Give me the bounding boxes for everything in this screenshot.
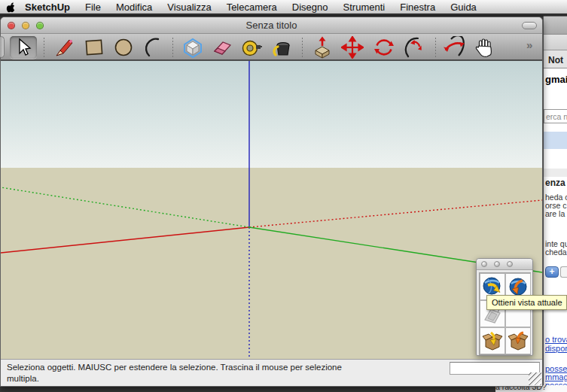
toolbar-separator xyxy=(172,38,173,57)
paint-bucket-tool-icon xyxy=(271,36,294,59)
get-current-view-icon xyxy=(482,276,503,297)
move-tool-icon xyxy=(341,36,364,59)
apple-menu[interactable] xyxy=(0,2,20,13)
menu-item[interactable]: Modifica xyxy=(108,2,160,13)
browser-text-fragment: Not xyxy=(548,55,563,65)
browser-selection-band xyxy=(544,132,567,149)
menu-item[interactable]: Visualizza xyxy=(160,2,218,13)
toolbar-separator xyxy=(44,38,44,57)
pan-tool-icon xyxy=(473,36,495,59)
browser-add-button[interactable]: + xyxy=(545,266,559,278)
background-browser-window: Notgmailerca neenza Gheda corse care la … xyxy=(543,16,567,392)
close-window-button[interactable] xyxy=(8,22,15,29)
menu-item[interactable]: Guida xyxy=(443,2,484,13)
eraser-tool-button[interactable] xyxy=(211,36,233,59)
toolbar: » xyxy=(1,34,542,61)
browser-titlebar xyxy=(544,16,567,35)
browser-text-fragment: cheda xyxy=(545,248,567,257)
arc-tool-button[interactable] xyxy=(142,36,164,59)
offset-tool-icon xyxy=(403,36,425,59)
rotate-tool-icon xyxy=(373,36,395,59)
palette-titlebar[interactable] xyxy=(477,259,532,270)
palette-close-button[interactable] xyxy=(481,261,487,267)
share-model-icon xyxy=(508,330,529,351)
line-tool-button[interactable] xyxy=(53,36,76,59)
measurements-box[interactable] xyxy=(450,362,540,375)
browser-text-fragment: enza G xyxy=(545,178,567,188)
get-models-button[interactable] xyxy=(480,327,505,354)
eraser-tool-icon xyxy=(211,36,233,59)
browser-section-band xyxy=(544,169,567,177)
minimize-window-button[interactable] xyxy=(22,22,29,29)
select-tool-button[interactable] xyxy=(10,36,37,59)
circle-tool-button[interactable] xyxy=(112,36,135,59)
menu-item[interactable]: Disegno xyxy=(285,2,336,13)
window-titlebar[interactable]: Senza titolo xyxy=(1,17,542,34)
place-model-icon xyxy=(508,276,529,297)
orbit-tool-button[interactable] xyxy=(443,36,465,59)
browser-text-fragment: gmail xyxy=(545,74,567,85)
window-resize-grip[interactable] xyxy=(529,372,541,385)
palette-minimize-button[interactable] xyxy=(494,261,500,267)
menu-bar: SketchUpFileModificaVisualizzaTelecamera… xyxy=(0,0,567,14)
drawing-viewport[interactable] xyxy=(1,61,542,359)
toolbar-toggle-button[interactable] xyxy=(522,22,537,29)
toolbar-overflow-chevron[interactable]: » xyxy=(526,38,531,51)
push-pull-tool-icon xyxy=(311,36,334,59)
rotate-tool-button[interactable] xyxy=(373,36,395,59)
menu-item[interactable]: Finestra xyxy=(392,2,443,13)
make-component-tool-button[interactable] xyxy=(181,36,204,59)
zoom-window-button[interactable] xyxy=(36,22,44,29)
menu-item[interactable]: Strumenti xyxy=(336,2,393,13)
share-model-button[interactable] xyxy=(505,327,531,354)
palette-zoom-button[interactable] xyxy=(507,261,513,267)
menu-item[interactable]: File xyxy=(78,2,108,13)
tooltip: Ottieni vista attuale xyxy=(486,295,567,310)
browser-text-fragment: are la f xyxy=(545,209,567,218)
toolbar-separator xyxy=(302,38,303,57)
paint-bucket-tool-button[interactable] xyxy=(271,36,294,59)
push-pull-tool-button[interactable] xyxy=(311,36,334,59)
toolbar-drag-handle[interactable] xyxy=(0,36,5,58)
make-component-tool-icon xyxy=(181,36,204,59)
move-tool-button[interactable] xyxy=(341,36,364,59)
sketchup-window: Senza titolo xyxy=(0,17,543,387)
circle-tool-icon xyxy=(112,36,135,59)
offset-tool-button[interactable] xyxy=(403,36,425,59)
browser-text-fragment: dispor xyxy=(545,344,567,353)
status-bar: Seleziona oggetti. MAIUSC per estendere … xyxy=(1,359,542,386)
tape-measure-tool-button[interactable] xyxy=(240,36,263,59)
drawing-axes xyxy=(1,61,542,359)
menu-item[interactable]: Telecamera xyxy=(219,2,285,13)
browser-bookmark-bar xyxy=(544,35,567,50)
browser-text-fragment: o trova xyxy=(545,335,567,344)
get-models-icon xyxy=(482,330,503,351)
arc-tool-icon xyxy=(142,36,164,59)
toolbar-separator xyxy=(435,38,436,57)
browser-text-fragment: erca ne xyxy=(544,109,567,123)
browser-add-field[interactable] xyxy=(560,266,567,278)
tape-measure-tool-icon xyxy=(240,36,263,59)
line-tool-icon xyxy=(53,36,76,59)
status-message: Seleziona oggetti. MAIUSC per estendere … xyxy=(7,362,361,384)
menubar-shadow xyxy=(0,15,567,17)
rectangle-tool-button[interactable] xyxy=(83,36,105,59)
apple-logo-icon xyxy=(5,2,15,13)
select-tool-icon xyxy=(14,38,33,57)
window-title: Senza titolo xyxy=(1,20,542,31)
pan-tool-button[interactable] xyxy=(473,36,495,59)
orbit-tool-icon xyxy=(443,36,465,59)
rectangle-tool-icon xyxy=(83,36,105,59)
menu-item[interactable]: SketchUp xyxy=(20,2,78,13)
